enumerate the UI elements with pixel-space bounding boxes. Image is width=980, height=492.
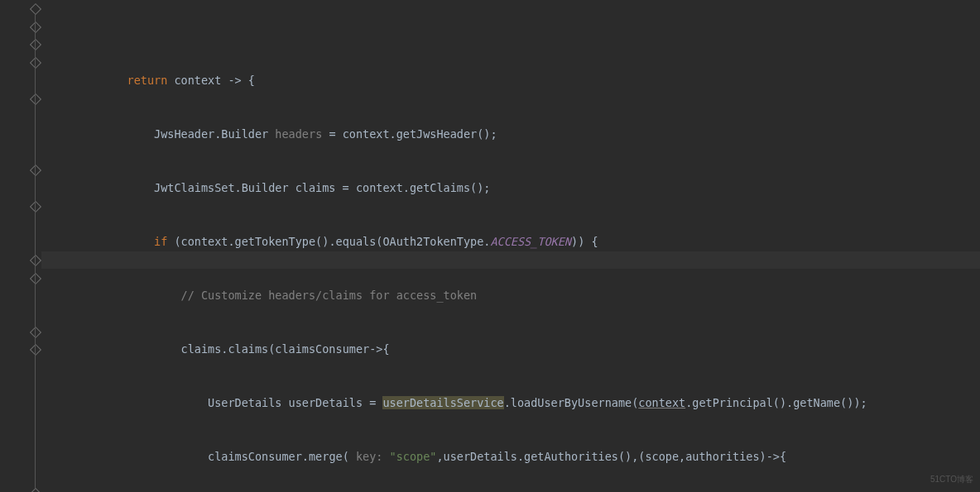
- gutter[interactable]: [0, 0, 41, 492]
- code-line[interactable]: // Customize headers/claims for access_t…: [46, 287, 980, 305]
- code-line[interactable]: claimsConsumer.merge( key: "scope",userD…: [46, 448, 980, 466]
- fold-marker-icon[interactable]: [30, 327, 41, 338]
- fold-marker-icon[interactable]: [30, 93, 41, 104]
- fold-marker-icon[interactable]: [30, 165, 41, 176]
- code-line[interactable]: claims.claims(claimsConsumer->{: [46, 341, 980, 359]
- code-editor[interactable]: return context -> { JwsHeader.Builder he…: [0, 0, 980, 492]
- fold-marker-icon[interactable]: [30, 39, 41, 50]
- fold-marker-icon[interactable]: [30, 272, 41, 284]
- fold-marker-icon[interactable]: [30, 21, 41, 33]
- code-line[interactable]: JwtClaimsSet.Builder claims = context.ge…: [46, 179, 980, 198]
- fold-guide: [35, 211, 36, 275]
- watermark: 51CTO博客: [930, 471, 973, 489]
- fold-marker-icon[interactable]: [30, 201, 41, 213]
- code-line[interactable]: UserDetails userDetails = userDetailsSer…: [46, 394, 980, 413]
- current-line-highlight: [41, 251, 980, 270]
- code-line[interactable]: if (context.getTokenType().equals(OAuth2…: [46, 233, 980, 251]
- fold-marker-icon[interactable]: [30, 3, 41, 15]
- fold-marker-icon[interactable]: [30, 255, 41, 266]
- fold-marker-icon[interactable]: [30, 57, 41, 69]
- code-line[interactable]: JwsHeader.Builder headers = context.getJ…: [46, 126, 980, 144]
- fold-marker-icon[interactable]: [30, 344, 41, 356]
- code-area[interactable]: return context -> { JwsHeader.Builder he…: [41, 0, 980, 492]
- fold-marker-icon[interactable]: [30, 488, 41, 492]
- code-line[interactable]: return context -> {: [46, 72, 980, 90]
